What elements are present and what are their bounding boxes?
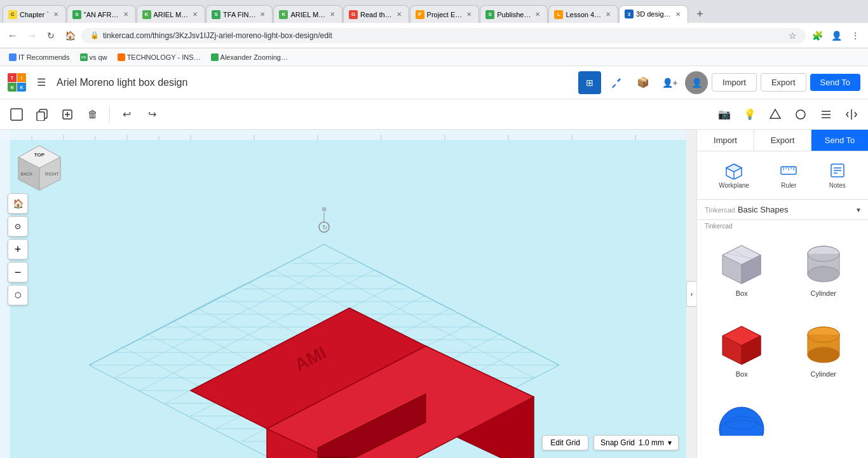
tab-ariel-m1-label: ARIEL M… xyxy=(154,11,189,18)
snap-grid-dropdown-icon[interactable]: ▾ xyxy=(668,438,672,447)
bookmark-alexander[interactable]: Alexander Zooming… xyxy=(207,52,292,62)
header-right: ⊞ 📦 👤+ 👤 Import Export Send To xyxy=(578,71,860,94)
align-button[interactable] xyxy=(815,103,837,126)
tab-ariel-m2-close[interactable]: ✕ xyxy=(328,10,337,19)
back-button[interactable]: ← xyxy=(5,28,20,43)
browser-menu-icon[interactable]: ⋮ xyxy=(848,28,863,43)
mirror-button[interactable] xyxy=(840,103,863,126)
tab-publishe-close[interactable]: ✕ xyxy=(533,10,542,19)
tab-read-close[interactable]: ✕ xyxy=(395,10,403,19)
panel-action-buttons: Import Export Send To xyxy=(697,130,868,151)
grid-view-button[interactable]: ⊞ xyxy=(578,71,601,94)
bookmark-it-recommends[interactable]: IT Recommends xyxy=(5,52,74,62)
shape-orange-cylinder[interactable]: Cylinder xyxy=(785,318,862,394)
browser-chrome: C Chapter ` ✕ S "AN AFR… ✕ K ARIEL M… ✕ … xyxy=(0,0,868,66)
tab-lesson4-close[interactable]: ✕ xyxy=(604,10,613,19)
shape-gray-box[interactable]: Box xyxy=(703,237,780,313)
shape-red-box[interactable]: Box xyxy=(703,318,780,394)
category-dropdown[interactable]: Tinkercad Basic Shapes ▾ xyxy=(697,200,868,220)
tab-read[interactable]: G Read th… ✕ xyxy=(343,5,409,23)
user-account-icon[interactable]: 👤 xyxy=(829,28,844,43)
tab-tfa-fin[interactable]: S TFA FIN… ✕ xyxy=(206,5,273,23)
user-avatar[interactable]: 👤 xyxy=(685,71,708,94)
tab-3d-design-close[interactable]: ✕ xyxy=(674,10,682,18)
shape-tool-button[interactable] xyxy=(764,103,787,126)
tab-ariel-m2[interactable]: K ARIEL M… ✕ xyxy=(273,5,342,23)
bookmark-technology[interactable]: TECHNOLOGY - INS… xyxy=(114,52,205,62)
shape-box-gray-label: Box xyxy=(736,289,748,297)
svg-marker-89 xyxy=(726,164,742,172)
tab-an-afr[interactable]: S "AN AFR… ✕ xyxy=(67,5,136,23)
canvas-area[interactable]: AMI ↻ xyxy=(0,130,686,458)
left-zoom-controls: 🏠 ⊙ + − ⬡ xyxy=(8,193,28,305)
orthographic-button[interactable]: ⬡ xyxy=(8,285,28,305)
svg-rect-0 xyxy=(11,109,22,120)
tab-ariel-m1-close[interactable]: ✕ xyxy=(191,10,200,19)
export-button[interactable]: Export xyxy=(761,73,806,92)
workplane-grid: AMI ↻ xyxy=(0,130,686,458)
add-person-button[interactable]: 👤+ xyxy=(658,71,681,94)
tab-an-afr-close[interactable]: ✕ xyxy=(121,10,130,19)
svg-point-119 xyxy=(808,347,839,363)
ruler-icon-button[interactable]: Ruler xyxy=(773,158,804,193)
tab-ariel-m1[interactable]: K ARIEL M… ✕ xyxy=(137,5,206,23)
send-to-panel-button[interactable]: Send To xyxy=(811,130,868,151)
duplicate-button[interactable] xyxy=(56,103,79,126)
shape-blue-sphere[interactable] xyxy=(703,399,780,452)
forward-button[interactable]: → xyxy=(24,28,39,43)
pickaxe-button[interactable] xyxy=(605,71,628,94)
right-panel: Import Export Send To Workplane xyxy=(696,130,868,458)
export-panel-button[interactable]: Export xyxy=(754,130,811,151)
new-workplane-button[interactable] xyxy=(5,103,28,126)
package-button[interactable]: 📦 xyxy=(632,71,654,94)
undo-button[interactable]: ↩ xyxy=(115,103,138,126)
tab-lesson4[interactable]: L Lesson 4… ✕ xyxy=(548,5,618,23)
delete-button[interactable]: 🗑 xyxy=(81,103,104,126)
tab-publishe[interactable]: S Publishe… ✕ xyxy=(480,5,548,23)
bookmark-vs-qw[interactable]: vs vs qw xyxy=(76,52,111,62)
snap-grid-control: Snap Grid 1.0 mm ▾ xyxy=(593,435,679,450)
tab-project-e[interactable]: P Project E… ✕ xyxy=(410,5,480,23)
camera-button[interactable]: 📷 xyxy=(713,103,736,126)
view-cube[interactable]: TOP RIGHT BACK xyxy=(13,142,67,197)
panel-collapse-button[interactable]: › xyxy=(686,281,696,307)
zoom-in-button[interactable]: + xyxy=(8,239,28,260)
zoom-out-button[interactable]: − xyxy=(8,262,28,282)
star-icon[interactable]: ☆ xyxy=(789,31,797,41)
light-button[interactable]: 💡 xyxy=(738,103,761,126)
extensions-icon[interactable]: 🧩 xyxy=(810,28,825,43)
shape-gray-cylinder[interactable]: Cylinder xyxy=(785,237,862,313)
new-tab-button[interactable]: + xyxy=(691,5,709,23)
circle-tool-button[interactable] xyxy=(789,103,812,126)
tab-chapter[interactable]: C Chapter ` ✕ xyxy=(3,5,66,23)
tinkercad-sub-header: Tinkercad xyxy=(697,220,868,231)
import-panel-button[interactable]: Import xyxy=(697,130,754,151)
tab-3d-design[interactable]: 3 3D desig… ✕ xyxy=(619,5,688,23)
copy-workplane-button[interactable] xyxy=(31,103,53,126)
menu-hamburger-button[interactable]: ☰ xyxy=(31,73,51,93)
notes-icon-button[interactable]: Notes xyxy=(822,158,853,193)
svg-point-7 xyxy=(796,110,805,119)
tab-tfa-fin-close[interactable]: ✕ xyxy=(258,10,267,19)
app-layout: T I N K ☰ Ariel Moreno light box design … xyxy=(0,66,868,458)
send-to-button[interactable]: Send To xyxy=(810,74,860,91)
dropdown-arrow-icon: ▾ xyxy=(857,205,860,214)
home-view-button[interactable]: 🏠 xyxy=(8,193,28,214)
import-button[interactable]: Import xyxy=(712,73,757,92)
address-bar: ← → ↻ 🏠 🔒 tinkercad.com/things/3KzJsv1IJ… xyxy=(0,23,868,48)
workplane-label: Workplane xyxy=(719,182,749,189)
select-all-button[interactable]: ⊙ xyxy=(8,216,28,237)
category-name: Basic Shapes xyxy=(738,205,857,214)
tab-project-e-label: Project E… xyxy=(427,11,463,18)
edit-grid-button[interactable]: Edit Grid xyxy=(542,435,588,450)
tinkercad-logo[interactable]: T I N K xyxy=(8,73,26,92)
url-bar[interactable]: 🔒 tinkercad.com/things/3KzJsv1IJZj-ariel… xyxy=(81,28,806,43)
home-button[interactable]: 🏠 xyxy=(62,28,78,43)
tab-chapter-close[interactable]: ✕ xyxy=(51,10,60,19)
reload-button[interactable]: ↻ xyxy=(43,28,58,43)
workplane-icon-button[interactable]: Workplane xyxy=(712,158,756,193)
redo-button[interactable]: ↪ xyxy=(140,103,163,126)
top-toolbar: 🗑 ↩ ↪ 📷 💡 xyxy=(0,99,868,130)
svg-rect-2 xyxy=(37,112,44,121)
tab-project-e-close[interactable]: ✕ xyxy=(465,10,473,19)
